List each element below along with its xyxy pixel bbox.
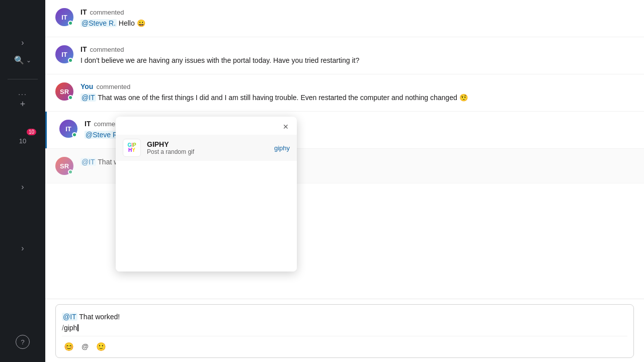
input-command-line: / giph <box>62 324 627 332</box>
sidebar-collapse-button[interactable]: › <box>15 35 30 50</box>
giphy-name: GIPHY <box>147 140 274 148</box>
comment-action: commented <box>90 46 124 53</box>
comment-item: IT IT commented I don't believe we are h… <box>45 37 644 74</box>
avatar-wrap: IT <box>55 8 73 26</box>
sidebar-collapse-1[interactable]: › <box>5 172 40 202</box>
online-indicator <box>72 132 77 137</box>
giphy-info: GIPHY Post a random gif <box>147 140 274 155</box>
search-icon: 🔍 <box>14 55 24 65</box>
chevron-right-icon-1: › <box>21 183 24 192</box>
input-box[interactable]: @IT That worked! / giph 😊 @ 🙂 <box>55 304 634 358</box>
avatar-wrap: IT <box>55 45 73 63</box>
comment-body: IT commented @Steve R. Hello 😀 <box>80 8 632 29</box>
comment-text: @Steve R. Hello 😀 <box>80 18 632 29</box>
chevron-right-icon-2: › <box>21 244 24 253</box>
emoji-icon: 😊 <box>64 342 74 351</box>
avatar-wrap: IT <box>59 120 77 138</box>
mention: @IT <box>62 313 77 321</box>
quoted-bar <box>45 112 47 148</box>
comment-action: commented <box>96 83 130 90</box>
comment-item: IT IT commented @Steve R. Hello 😀 <box>45 0 644 37</box>
question-icon: ? <box>21 338 24 346</box>
unread-badge: 10 <box>27 129 36 135</box>
input-first-line: @IT That worked! <box>62 313 627 321</box>
add-icon: + <box>20 99 26 110</box>
avatar-wrap: SR <box>55 157 73 175</box>
more-icon: ··· <box>18 90 27 98</box>
at-icon: @ <box>82 342 89 350</box>
chevron-right-icon: › <box>21 38 24 47</box>
slash-command-popup: ✕ GIP HY GIPHY Post a random gif giphy <box>116 117 297 272</box>
comment-item-you: SR You commented @IT That was one of the… <box>45 74 644 112</box>
chevron-down-icon: ⌄ <box>26 57 31 64</box>
online-indicator <box>68 95 73 100</box>
popup-header: ✕ <box>116 117 297 135</box>
sidebar-collapse-2[interactable]: › <box>5 233 40 263</box>
input-toolbar: 😊 @ 🙂 <box>62 336 627 353</box>
comment-body: IT commented I don't believe we are havi… <box>80 45 632 66</box>
sidebar-divider <box>8 79 38 79</box>
main-content: IT IT commented @Steve R. Hello 😀 IT <box>45 0 644 362</box>
sidebar: › 🔍 ⌄ ··· + 10 10 › › ? <box>0 0 45 362</box>
gif-icon: 🙂 <box>96 342 106 351</box>
search-row[interactable]: 🔍 ⌄ <box>14 55 31 65</box>
channel-badge: 10 <box>19 137 26 145</box>
mention: @Steve R. <box>80 19 117 27</box>
sidebar-item-more[interactable]: ··· + <box>5 84 40 115</box>
comment-header: You commented <box>80 82 632 90</box>
comment-body: You commented @IT That was one of the fi… <box>80 82 632 103</box>
help-button[interactable]: ? <box>16 335 30 349</box>
commenter-name: IT <box>85 120 91 128</box>
giphy-command: giphy <box>274 144 290 152</box>
comment-content: That was one of the first things I did a… <box>98 94 467 102</box>
online-indicator <box>68 58 73 63</box>
comment-header: IT commented <box>80 45 632 53</box>
text-cursor <box>77 324 78 331</box>
comment-text: I don't believe we are having any issues… <box>80 55 632 66</box>
avatar-wrap: SR <box>55 82 73 101</box>
popup-content-area <box>116 161 297 272</box>
gif-button[interactable]: 🙂 <box>94 339 108 353</box>
sidebar-item-channel[interactable]: 10 10 <box>5 126 40 156</box>
input-area: @IT That worked! / giph 😊 @ 🙂 <box>45 299 644 362</box>
popup-close-button[interactable]: ✕ <box>280 121 292 133</box>
close-icon: ✕ <box>283 123 289 131</box>
comment-header: IT commented <box>80 8 632 16</box>
commenter-name-you: You <box>80 82 93 90</box>
giphy-command-item[interactable]: GIP HY GIPHY Post a random gif giphy <box>116 135 297 161</box>
online-indicator <box>68 21 73 26</box>
emoji-button[interactable]: 😊 <box>62 339 76 353</box>
comment-text: @IT That was one of the first things I d… <box>80 93 632 103</box>
commenter-name: IT <box>80 8 87 16</box>
comment-action: commented <box>90 9 124 16</box>
online-indicator <box>68 169 73 174</box>
command-text: giph <box>64 324 77 332</box>
commenter-name: IT <box>80 45 87 53</box>
mention: @IT <box>80 158 96 166</box>
mention-button[interactable]: @ <box>78 339 92 353</box>
input-content: That worked! <box>79 313 120 321</box>
comment-content: Hello 😀 <box>119 19 145 27</box>
giphy-logo-icon: GIP HY <box>123 139 141 157</box>
giphy-description: Post a random gif <box>147 148 274 155</box>
mention: @IT <box>80 94 96 102</box>
